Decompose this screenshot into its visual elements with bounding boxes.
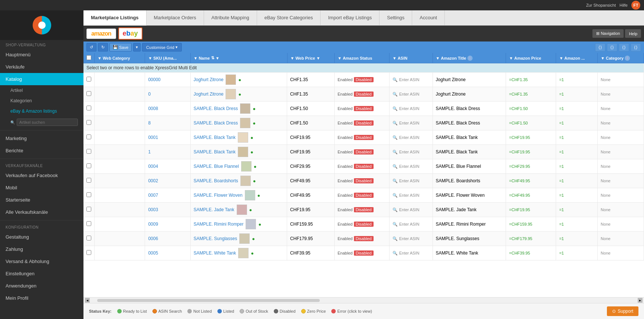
sidebar-item-meinprofil[interactable]: Mein Profil xyxy=(0,292,83,304)
sidebar-item-marketing[interactable]: Marketing xyxy=(0,132,83,144)
status-enabled[interactable]: Enabled xyxy=(338,236,352,241)
sort-icon-name[interactable]: ⇅ xyxy=(211,56,214,60)
support-button[interactable]: ⊙ Support xyxy=(607,306,638,316)
tab-ebay-store[interactable]: eBay Store Categories xyxy=(257,10,321,25)
sku-link[interactable]: 8 xyxy=(148,120,151,126)
name-link[interactable]: SAMPLE. Black Dress xyxy=(194,120,238,126)
name-link[interactable]: Joghurt Zitrone xyxy=(194,92,224,97)
sku-link[interactable]: 0002 xyxy=(148,178,158,183)
sku-link[interactable]: 0001 xyxy=(148,135,158,140)
sidebar-item-zahlung[interactable]: Zahlung xyxy=(0,243,83,255)
status-disabled-badge[interactable]: Disabled xyxy=(354,207,374,212)
tab-marketplace-orders[interactable]: Marketplace Orders xyxy=(147,10,204,25)
row-checkbox[interactable] xyxy=(86,120,91,125)
sidebar-sub-artikel[interactable]: Artikel xyxy=(0,85,83,96)
filter2-icon-name[interactable]: ▼ xyxy=(216,56,220,60)
col-arrow-4[interactable]: ⟨⟩ xyxy=(631,43,641,51)
status-enabled[interactable]: Enabled xyxy=(338,121,352,125)
row-checkbox[interactable] xyxy=(86,221,91,226)
status-enabled[interactable]: Enabled xyxy=(338,92,352,96)
horizontal-scrollbar[interactable]: ◂ ▸ xyxy=(83,297,644,303)
sidebar-item-katalog[interactable]: Katalog xyxy=(0,73,83,85)
tab-attribute-mapping[interactable]: Attribute Mapping xyxy=(204,10,257,25)
status-enabled[interactable]: Enabled xyxy=(338,251,352,255)
filter2-icon-web-price[interactable]: ▼ xyxy=(316,56,320,60)
sidebar-item-hauptmenu[interactable]: Hauptmenü xyxy=(0,49,83,61)
name-link[interactable]: SAMPLE. Black Tank xyxy=(194,149,236,154)
sidebar-item-anwendungen[interactable]: Anwendungen xyxy=(0,280,83,292)
name-link[interactable]: SAMPLE. Black Dress xyxy=(194,106,238,111)
sidebar-item-facebook[interactable]: Verkaufen auf Facebook xyxy=(0,169,83,182)
row-checkbox[interactable] xyxy=(86,192,91,197)
status-enabled[interactable]: Enabled xyxy=(338,135,352,140)
sidebar-item-verkaufe[interactable]: Verkäufe xyxy=(0,61,83,73)
select-all-checkbox[interactable] xyxy=(86,55,91,60)
name-link[interactable]: SAMPLE. Flower Woven xyxy=(194,193,243,198)
status-enabled[interactable]: Enabled xyxy=(338,193,352,197)
asin-value[interactable]: Enter ASIN xyxy=(399,164,419,169)
scroll-left-button[interactable]: ◂ xyxy=(85,298,90,303)
customise-grid-button[interactable]: Customise Grid ▾ xyxy=(142,43,182,51)
status-disabled-badge[interactable]: Disabled xyxy=(354,178,374,183)
help-button[interactable]: Help xyxy=(625,29,641,38)
status-disabled-badge[interactable]: Disabled xyxy=(354,77,374,82)
sku-link[interactable]: 0009 xyxy=(148,222,158,227)
status-disabled-badge[interactable]: Disabled xyxy=(354,164,374,169)
asin-value[interactable]: Enter ASIN xyxy=(399,150,419,154)
status-disabled-badge[interactable]: Disabled xyxy=(354,135,374,140)
status-disabled-badge[interactable]: Disabled xyxy=(354,106,374,111)
sidebar-item-versand[interactable]: Versand & Abholung xyxy=(0,255,83,268)
search-input[interactable] xyxy=(17,119,78,126)
status-enabled[interactable]: Enabled xyxy=(338,77,352,82)
row-checkbox[interactable] xyxy=(86,106,91,110)
sidebar-item-gestaltung[interactable]: Gestaltung xyxy=(0,231,83,243)
status-disabled-badge[interactable]: Disabled xyxy=(354,92,374,97)
sku-link[interactable]: 0004 xyxy=(148,164,158,169)
amazon-logo-button[interactable]: amazon xyxy=(86,29,116,39)
status-enabled[interactable]: Enabled xyxy=(338,179,352,183)
undo-button[interactable]: ↺ xyxy=(86,43,96,51)
status-disabled-badge[interactable]: Disabled xyxy=(354,193,374,198)
asin-value[interactable]: Enter ASIN xyxy=(399,77,419,82)
tab-account[interactable]: Account xyxy=(412,10,445,25)
row-checkbox[interactable] xyxy=(86,236,91,240)
status-error[interactable]: Error (click to view) xyxy=(331,309,372,313)
sidebar-item-berichte[interactable]: Berichte xyxy=(0,144,83,157)
save-button[interactable]: 💾 Save xyxy=(109,43,132,51)
status-disabled-badge[interactable]: Disabled xyxy=(354,222,374,227)
row-checkbox[interactable] xyxy=(86,250,91,255)
shop-view-link[interactable]: Zur Shopansicht xyxy=(586,3,616,7)
col-arrow-2[interactable]: ⟨⟩ xyxy=(607,43,617,51)
save-dropdown-button[interactable]: ▾ xyxy=(133,43,141,51)
asin-value[interactable]: Enter ASIN xyxy=(399,179,419,183)
name-link[interactable]: SAMPLE. Boardshorts xyxy=(194,178,238,183)
sku-link[interactable]: 00000 xyxy=(148,77,160,82)
name-link[interactable]: SAMPLE. Black Tank xyxy=(194,135,236,140)
name-link[interactable]: SAMPLE. Rimini Romper xyxy=(194,222,244,227)
status-disabled-badge[interactable]: Disabled xyxy=(354,236,374,241)
row-checkbox[interactable] xyxy=(86,77,91,82)
sidebar-item-einstellungen[interactable]: Einstellungen xyxy=(0,268,83,280)
asin-value[interactable]: Enter ASIN xyxy=(399,236,419,241)
status-enabled[interactable]: Enabled xyxy=(338,164,352,169)
sidebar-item-starter[interactable]: Starterseite xyxy=(0,194,83,206)
asin-value[interactable]: Enter ASIN xyxy=(399,207,419,212)
asin-value[interactable]: Enter ASIN xyxy=(399,222,419,226)
sidebar-sub-kategorien[interactable]: Kategorien xyxy=(0,96,83,106)
col-arrow-1[interactable]: ⟨⟩ xyxy=(595,43,605,51)
name-link[interactable]: SAMPLE. White Tank xyxy=(194,250,236,256)
ebay-logo-button[interactable]: e b a y xyxy=(118,27,142,40)
name-link[interactable]: SAMPLE. Jade Tank xyxy=(194,207,234,212)
sku-link[interactable]: 0007 xyxy=(148,193,158,198)
row-checkbox[interactable] xyxy=(86,91,91,96)
sku-link[interactable]: 0003 xyxy=(148,207,158,212)
sku-link[interactable]: 0006 xyxy=(148,236,158,241)
row-checkbox[interactable] xyxy=(86,163,91,168)
status-enabled[interactable]: Enabled xyxy=(338,106,352,111)
status-enabled[interactable]: Enabled xyxy=(338,222,352,226)
asin-value[interactable]: Enter ASIN xyxy=(399,92,419,96)
asin-value[interactable]: Enter ASIN xyxy=(399,135,419,140)
name-link[interactable]: SAMPLE. Sunglasses xyxy=(194,236,237,241)
sku-link[interactable]: 0005 xyxy=(148,250,158,256)
status-enabled[interactable]: Enabled xyxy=(338,150,352,154)
